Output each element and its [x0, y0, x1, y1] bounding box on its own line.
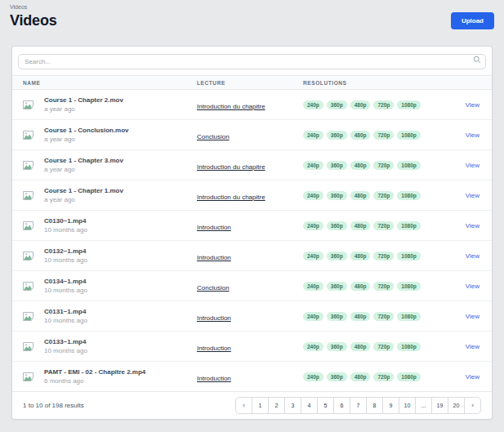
video-name-cell: Course 1 - Chapter 2.mov a year ago [23, 96, 197, 113]
resolution-badge: 360p [327, 372, 347, 381]
video-filename: C0130~1.mp4 [44, 217, 87, 225]
lecture-link[interactable]: Introduction du chapitre [197, 194, 265, 201]
view-link[interactable]: View [445, 162, 479, 169]
page-title: Videos [10, 12, 57, 29]
resolution-badge: 360p [327, 161, 347, 170]
video-age: 10 months ago [44, 256, 87, 264]
resolution-badge: 360p [327, 191, 347, 200]
video-age: a year ago [44, 136, 129, 143]
video-name-cell: Course 1 - Conclusion.mov a year ago [23, 127, 197, 143]
broken-image-icon [23, 282, 33, 291]
resolution-badge: 1080p [397, 161, 420, 170]
resolution-badge: 360p [327, 221, 347, 230]
broken-image-icon [23, 221, 33, 230]
video-filename: C0133~1.mp4 [44, 338, 87, 345]
videos-card: NAME LECTURE RESOLUTIONS Course 1 - Chap… [11, 46, 493, 420]
page-button-7[interactable]: 7 [350, 397, 367, 414]
table-row: C0131~1.mp4 10 months ago Introduction 2… [12, 301, 492, 332]
resolution-badge: 480p [350, 252, 371, 261]
upload-button[interactable]: Upload [451, 12, 494, 29]
lecture-link[interactable]: Introduction [197, 345, 231, 352]
page-button-2[interactable]: 2 [268, 397, 285, 414]
broken-image-icon [23, 100, 33, 109]
resolution-badge: 360p [327, 100, 347, 109]
resolution-badge: 1080p [397, 372, 420, 381]
resolution-badge: 240p [303, 342, 323, 351]
view-link[interactable]: View [445, 343, 479, 350]
resolution-badge: 1080p [397, 312, 420, 321]
resolution-badge: 480p [350, 342, 371, 351]
prev-page-button[interactable]: ‹ [235, 397, 252, 414]
lecture-link[interactable]: Introduction du chapitre [197, 163, 265, 171]
resolution-badge: 1080p [397, 191, 420, 200]
page-button-8[interactable]: 8 [366, 397, 383, 414]
resolution-badge: 720p [373, 342, 394, 351]
video-age: a year ago [44, 105, 123, 113]
broken-image-icon [23, 252, 33, 261]
lecture-link[interactable]: Introduction [197, 254, 231, 261]
lecture-link[interactable]: Conclusion [197, 133, 230, 140]
lecture-link[interactable]: Introduction du chapitre [197, 103, 265, 110]
page-button-1[interactable]: 1 [252, 397, 269, 414]
video-age: 10 months ago [44, 347, 87, 354]
resolution-badge: 1080p [397, 342, 420, 351]
resolution-badge: 360p [327, 282, 347, 291]
view-link[interactable]: View [445, 313, 479, 320]
page-button-5[interactable]: 5 [317, 397, 334, 414]
resolution-badges: 240p360p480p720p1080p [303, 131, 445, 140]
video-age: 10 months ago [44, 226, 87, 234]
resolution-badges: 240p360p480p720p1080p [303, 372, 445, 381]
lecture-link[interactable]: Introduction [197, 314, 231, 322]
video-name-cell: C0134~1.mp4 10 months ago [23, 278, 197, 294]
view-link[interactable]: View [445, 222, 479, 229]
page-button-19[interactable]: 19 [431, 397, 448, 414]
view-link[interactable]: View [445, 131, 479, 139]
resolution-badge: 480p [350, 191, 371, 200]
resolution-badge: 1080p [397, 100, 420, 109]
resolution-badges: 240p360p480p720p1080p [303, 191, 445, 200]
lecture-link[interactable]: Introduction [197, 375, 231, 382]
resolution-badges: 240p360p480p720p1080p [303, 312, 445, 321]
resolution-badge: 240p [303, 161, 323, 170]
search-bar [18, 52, 486, 69]
next-page-button[interactable]: › [464, 397, 481, 414]
lecture-link[interactable]: Conclusion [197, 284, 230, 292]
resolution-badge: 480p [350, 372, 371, 381]
resolution-badge: 720p [373, 252, 394, 261]
resolution-badge: 720p [373, 372, 394, 381]
lecture-link[interactable]: Introduction [197, 224, 231, 231]
video-filename: PAMT - EMI - 02 - Chapitre 2.mp4 [44, 368, 145, 376]
table-row: Course 1 - Conclusion.mov a year ago Con… [12, 120, 492, 150]
resolution-badge: 240p [303, 252, 323, 261]
video-filename: Course 1 - Conclusion.mov [44, 127, 129, 134]
video-filename: C0132~1.mp4 [44, 247, 87, 255]
breadcrumb[interactable]: Videos [10, 4, 494, 10]
resolution-badge: 360p [327, 131, 347, 140]
page-button-10[interactable]: 10 [399, 397, 416, 414]
video-name-cell: Course 1 - Chapter 1.mov a year ago [23, 187, 197, 203]
column-header-lecture: LECTURE [197, 80, 303, 86]
resolution-badge: 1080p [397, 131, 420, 140]
video-age: 6 months ago [44, 377, 145, 385]
resolution-badge: 480p [350, 161, 371, 170]
resolution-badge: 480p [350, 131, 371, 140]
page-buttons: ‹12345678910...1920› [235, 397, 481, 414]
view-link[interactable]: View [445, 101, 479, 109]
video-filename: C0131~1.mp4 [44, 308, 87, 315]
resolution-badges: 240p360p480p720p1080p [303, 100, 445, 109]
resolution-badge: 360p [327, 312, 347, 321]
resolution-badge: 480p [350, 221, 371, 230]
page-button-4[interactable]: 4 [301, 397, 318, 414]
view-link[interactable]: View [445, 192, 479, 199]
view-link[interactable]: View [445, 283, 479, 290]
page-button-3[interactable]: 3 [284, 397, 301, 414]
page-button-20[interactable]: 20 [448, 397, 465, 414]
view-link[interactable]: View [445, 252, 479, 260]
page-button-6[interactable]: 6 [333, 397, 350, 414]
video-filename: Course 1 - Chapter 2.mov [44, 96, 123, 104]
broken-image-icon [23, 342, 33, 351]
video-name-cell: C0132~1.mp4 10 months ago [23, 247, 197, 264]
view-link[interactable]: View [445, 373, 479, 381]
page-button-9[interactable]: 9 [382, 397, 399, 414]
search-input[interactable] [18, 54, 486, 69]
